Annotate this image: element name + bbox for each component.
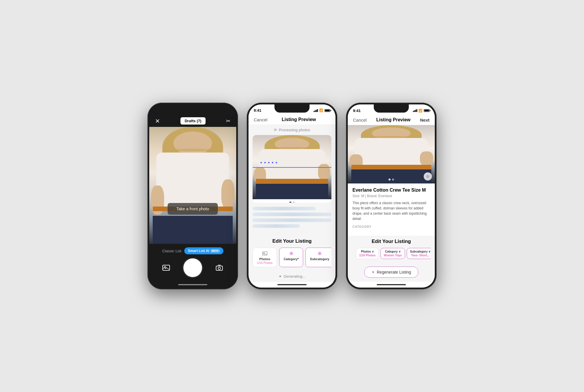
photos-tab[interactable]: Photos 1/16 Photos xyxy=(253,248,277,267)
photos-tab-icon xyxy=(262,250,268,257)
regenerate-section: ✦ Regenerate Listing xyxy=(348,264,435,282)
home-bar-2 xyxy=(277,284,307,285)
product-dots xyxy=(389,178,394,181)
scan-line xyxy=(253,167,331,168)
beta-tag: BETA xyxy=(211,249,220,253)
status-time-3: 9:41 xyxy=(353,108,361,113)
photos-tab-3[interactable]: Photos ∨ 1/16 Photos xyxy=(356,248,379,259)
skeleton-area xyxy=(248,203,336,234)
scan-dots xyxy=(260,162,324,163)
app-nav-3: Cancel Listing Preview Next xyxy=(348,115,435,125)
classic-list-label[interactable]: Classic List xyxy=(162,249,181,253)
take-photo-overlay: Take a front photo xyxy=(168,203,218,215)
subcategory-tab-3[interactable]: Subcategory ∨ Tees- Short... xyxy=(407,248,431,259)
cancel-button-3[interactable]: Cancel xyxy=(353,118,367,123)
category-tab-3-sub: Women Tops xyxy=(384,254,402,257)
subcategory-tab-label: Subcategory xyxy=(310,257,329,261)
subcategory-tab-3-label: Subcategory ∨ xyxy=(410,250,430,253)
edit-tabs-2: Photos 1/16 Photos ⊕ Category* ⊕ Subc xyxy=(253,248,331,268)
product-meta: Size: M | Brand: Everlane xyxy=(352,194,430,198)
home-bar-1 xyxy=(178,284,207,285)
category-tab-label: Category* xyxy=(284,257,299,261)
notch-1 xyxy=(175,104,210,113)
category-tab[interactable]: ⊕ Category* xyxy=(279,248,303,267)
generating-text: Generating... xyxy=(284,274,305,279)
flip-camera-icon[interactable] xyxy=(214,262,225,273)
edit-photo-icon[interactable]: ⊙ xyxy=(424,172,432,181)
photos-tab-3-sub: 1/16 Photos xyxy=(359,254,376,257)
skeleton-line-1 xyxy=(253,207,316,210)
edit-tabs-3: Photos ∨ 1/16 Photos Category ∨ Women To… xyxy=(352,248,431,261)
camera-viewfinder: Take a front photo xyxy=(149,127,236,244)
category-tab-3-label: Category ∨ xyxy=(385,250,401,253)
svg-point-3 xyxy=(218,267,220,270)
image-dots-indicator xyxy=(253,199,331,203)
fashion-tshirt-2 xyxy=(259,149,325,181)
cancel-button-2[interactable]: Cancel xyxy=(254,117,267,122)
generating-bar: ✦ Generating... xyxy=(248,271,336,282)
phone-2: 9:41 📶 Cancel List xyxy=(247,103,337,289)
phone-1: ✕ Drafts (7) ✂ xyxy=(147,103,238,289)
camera-controls xyxy=(155,258,230,277)
scissors-icon[interactable]: ✂ xyxy=(226,118,230,124)
home-indicator-2 xyxy=(248,282,336,288)
skeleton-line-3 xyxy=(253,218,331,222)
subcategory-tab-3-sub: Tees- Short... xyxy=(411,254,430,257)
subcategory-tab[interactable]: ⊕ Subcategory xyxy=(305,248,331,267)
category-label: CATEGORY xyxy=(352,225,430,228)
listing-mode-row: Classic List Smart List AI BETA xyxy=(155,247,230,254)
dot-1 xyxy=(289,202,291,203)
regen-star-icon: ✦ xyxy=(371,270,375,274)
fashion-necklace-2 xyxy=(272,147,312,149)
product-image: ⊙ xyxy=(348,125,435,183)
category-tab-3[interactable]: Category ∨ Women Tops xyxy=(380,248,405,259)
fashion-jeans-2 xyxy=(256,184,328,199)
listing-image-container xyxy=(253,135,331,203)
skeleton-line-4 xyxy=(253,224,300,228)
camera-bottom: Classic List Smart List AI BETA xyxy=(149,244,236,282)
notch-3 xyxy=(374,104,409,113)
photos-tab-3-label: Photos ∨ xyxy=(361,250,374,253)
nav-title-3: Listing Preview xyxy=(376,117,410,123)
shutter-button[interactable] xyxy=(183,258,202,277)
fashion-tshirt-3 xyxy=(355,138,428,167)
category-tab-icon: ⊕ xyxy=(288,250,294,257)
home-indicator-1 xyxy=(149,282,236,288)
status-icons-2: 📶 xyxy=(314,108,330,112)
listing-image-2 xyxy=(253,135,331,199)
fashion-belt-2 xyxy=(256,179,328,183)
regenerate-button[interactable]: ✦ Regenerate Listing xyxy=(364,267,418,278)
fashion-hand-right xyxy=(221,179,234,209)
status-icons-3: 📶 xyxy=(413,109,430,113)
notch-2 xyxy=(274,104,310,113)
fashion-face xyxy=(173,132,212,155)
processing-text: Processing photos xyxy=(279,128,310,132)
nav-title-2: Listing Preview xyxy=(282,117,316,122)
fashion-belt-3 xyxy=(351,165,431,169)
skeleton-line-2 xyxy=(253,213,331,216)
processing-banner: ⟳ Processing photos xyxy=(248,125,336,135)
next-button-3[interactable]: Next xyxy=(420,118,430,123)
close-button[interactable]: ✕ xyxy=(155,118,160,125)
product-description: This piece offers a classic crew neck, o… xyxy=(352,200,430,221)
edit-listing-title-3: Edit Your Listing xyxy=(352,239,431,244)
loading-icon: ⟳ xyxy=(274,128,277,132)
photos-tab-label: Photos xyxy=(259,257,270,261)
home-indicator-3 xyxy=(348,282,435,288)
edit-listing-section-3: Edit Your Listing Photos ∨ 1/16 Photos C… xyxy=(348,236,435,264)
photos-tab-sub: 1/16 Photos xyxy=(257,261,272,265)
gallery-icon[interactable] xyxy=(161,262,171,273)
dot-2 xyxy=(293,202,295,203)
subcategory-tab-icon: ⊕ xyxy=(317,250,323,257)
fashion-hand-right-2 xyxy=(318,164,330,180)
app-nav-2: Cancel Listing Preview xyxy=(248,115,336,125)
drafts-button[interactable]: Drafts (7) xyxy=(180,117,205,125)
fashion-jeans-3 xyxy=(351,169,431,183)
home-bar-3 xyxy=(377,284,406,285)
phone-3: 9:41 📶 Cancel List xyxy=(346,103,437,289)
listing-content: ⊙ Everlane Cotton Crew Tee Size M Size: … xyxy=(348,125,435,236)
regenerate-label: Regenerate Listing xyxy=(377,270,411,274)
smart-list-badge[interactable]: Smart List AI BETA xyxy=(184,247,223,254)
camera-header: ✕ Drafts (7) ✂ xyxy=(149,115,236,127)
fashion-hand-right-3 xyxy=(420,151,433,166)
